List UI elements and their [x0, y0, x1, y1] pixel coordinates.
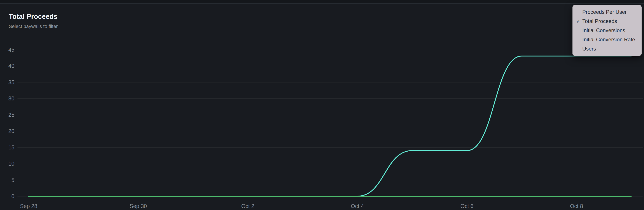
menu-item-label: Users: [582, 46, 596, 52]
y-tick-label: 25: [1, 112, 14, 118]
menu-item-initial-conversions[interactable]: Initial Conversions: [572, 26, 642, 35]
x-tick-label: Sep 28: [20, 203, 37, 209]
x-tick-label: Oct 2: [241, 203, 254, 209]
check-icon: ✓: [576, 18, 582, 24]
series-layer: [0, 0, 644, 210]
line-chart: 454035302520151050 Sep 28Sep 30Oct 2Oct …: [0, 0, 644, 210]
menu-item-proceeds-per-user[interactable]: Proceeds Per User: [572, 8, 642, 16]
x-tick-label: Oct 6: [460, 203, 474, 209]
x-tick-label: Oct 8: [570, 203, 583, 209]
y-tick-label: 40: [1, 63, 14, 69]
menu-item-label: Total Proceeds: [582, 18, 617, 24]
menu-item-total-proceeds[interactable]: ✓Total Proceeds: [572, 16, 642, 26]
series-line-total-proceeds: [29, 56, 631, 196]
y-tick-label: 5: [1, 177, 14, 183]
y-tick-label: 35: [1, 79, 14, 85]
y-tick-label: 10: [1, 160, 14, 167]
y-tick-label: 0: [1, 193, 14, 200]
y-tick-label: 15: [1, 144, 14, 150]
metric-dropdown-menu[interactable]: Proceeds Per User✓Total ProceedsInitial …: [572, 5, 642, 56]
x-tick-label: Oct 4: [351, 203, 364, 209]
x-tick-label: Sep 30: [130, 203, 147, 209]
menu-item-label: Initial Conversions: [582, 27, 625, 34]
menu-item-label: Initial Conversion Rate: [582, 36, 635, 43]
y-tick-label: 30: [1, 96, 14, 102]
menu-item-label: Proceeds Per User: [582, 9, 627, 15]
menu-item-initial-conversion-rate[interactable]: Initial Conversion Rate: [572, 35, 642, 44]
y-tick-label: 45: [1, 46, 14, 53]
y-tick-label: 20: [1, 128, 14, 134]
menu-item-users[interactable]: Users: [572, 44, 642, 54]
